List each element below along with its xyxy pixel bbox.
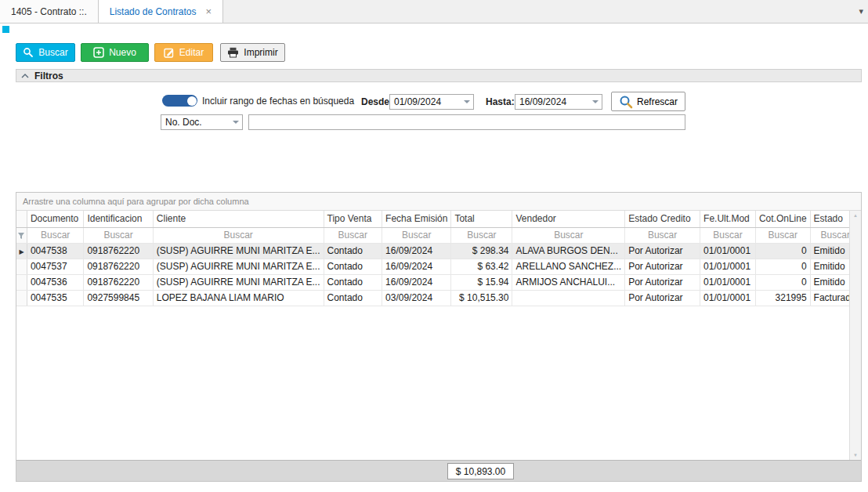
pencil-icon — [164, 47, 175, 58]
cell-fe-ult-mod[interactable]: 01/01/0001 — [700, 290, 756, 306]
column-header-cliente[interactable]: Cliente — [153, 211, 324, 227]
cell-documento[interactable]: 0047536 — [27, 274, 83, 290]
cell-cot-online[interactable]: 0 — [755, 274, 810, 290]
cell-vendedor[interactable]: ARELLANO SANCHEZ... — [512, 259, 625, 274]
chevron-down-icon[interactable] — [233, 121, 239, 124]
hasta-date-input[interactable]: 16/09/2024 — [515, 94, 602, 110]
nuevo-button[interactable]: Nuevo — [81, 43, 149, 62]
doc-search-input[interactable] — [248, 114, 685, 130]
cell-total[interactable]: $ 63.42 — [451, 259, 512, 274]
cell-identificacion[interactable]: 0918762220 — [84, 274, 153, 290]
cell-tipo-venta[interactable]: Contado — [324, 274, 382, 290]
buscar-button[interactable]: Buscar — [16, 43, 75, 62]
filter-cell-fecha-emisi-n[interactable]: Buscar — [382, 227, 451, 243]
cell-fecha-emisi-n[interactable]: 16/09/2024 — [382, 243, 451, 259]
cell-documento[interactable]: 0047535 — [27, 290, 83, 306]
tab-list-caret-icon[interactable]: ▾ — [859, 6, 863, 16]
column-header-estado-credito[interactable]: Estado Credito — [625, 211, 700, 227]
filter-cell-cliente[interactable]: Buscar — [153, 227, 324, 243]
cell-identificacion[interactable]: 0918762220 — [84, 243, 153, 259]
grid-body: DocumentoIdentificacionClienteTipo Venta… — [16, 211, 861, 460]
cell-cot-online[interactable]: 321995 — [755, 290, 810, 306]
cell-total[interactable]: $ 15.94 — [451, 274, 512, 290]
filter-cell-fe-ult-mod[interactable]: Buscar — [700, 227, 756, 243]
cell-vendedor[interactable]: ALAVA BURGOS DEN... — [512, 243, 625, 259]
doc-type-value: No. Doc. — [165, 117, 202, 128]
table-row[interactable]: 00475360918762220(SUSP) AGUIRRE MUNI MAR… — [16, 274, 861, 290]
cell-tipo-venta[interactable]: Contado — [324, 290, 382, 306]
collapse-chevron-icon[interactable] — [21, 74, 29, 78]
cell-identificacion[interactable]: 0918762220 — [84, 259, 153, 274]
cell-total[interactable]: $ 10,515.30 — [451, 290, 512, 306]
cell-total[interactable]: $ 298.34 — [451, 243, 512, 259]
filter-cell-cot-online[interactable]: Buscar — [755, 227, 810, 243]
editar-label: Editar — [179, 47, 204, 58]
chevron-down-icon[interactable] — [464, 100, 470, 103]
cell-cliente[interactable]: LOPEZ BAJANA LIAM MARIO — [153, 290, 324, 306]
cell-estado-credito[interactable]: Por Autorizar — [625, 243, 700, 259]
column-header-cot-online[interactable]: Cot.OnLine — [755, 211, 810, 227]
cell-documento[interactable]: 0047537 — [27, 259, 83, 274]
cell-tipo-venta[interactable]: Contado — [324, 259, 382, 274]
filter-cell-tipo-venta[interactable]: Buscar — [324, 227, 382, 243]
total-summary: $ 10,893.00 — [447, 463, 514, 479]
filter-cell-identificacion[interactable]: Buscar — [84, 227, 153, 243]
date-range-toggle[interactable] — [162, 95, 197, 107]
refrescar-button[interactable]: Refrescar — [611, 92, 685, 111]
column-header-fe-ult-mod[interactable]: Fe.Ult.Mod — [700, 211, 756, 227]
cell-vendedor[interactable] — [512, 290, 625, 306]
cell-identificacion[interactable]: 0927599845 — [84, 290, 153, 306]
table-row[interactable]: ▶00475380918762220(SUSP) AGUIRRE MUNI MA… — [16, 243, 861, 259]
date-range-toggle-label: Incluir rango de fechas en búsqueda — [202, 96, 354, 107]
app-window: 1405 - Contrato ::. Listado de Contratos… — [0, 0, 868, 492]
filter-cell-vendedor[interactable]: Buscar — [512, 227, 625, 243]
scroll-up-arrow-icon[interactable]: ▲ — [850, 213, 861, 218]
cell-tipo-venta[interactable]: Contado — [324, 243, 382, 259]
scroll-down-arrow-icon[interactable]: ▼ — [850, 453, 861, 458]
table-row[interactable]: 00475350927599845LOPEZ BAJANA LIAM MARIO… — [16, 290, 861, 306]
cell-fecha-emisi-n[interactable]: 16/09/2024 — [382, 259, 451, 274]
cell-fe-ult-mod[interactable]: 01/01/0001 — [700, 243, 756, 259]
cell-cot-online[interactable]: 0 — [755, 259, 810, 274]
cell-vendedor[interactable]: ARMIJOS ANCHALUI... — [512, 274, 625, 290]
filter-cell-documento[interactable]: Buscar — [27, 227, 83, 243]
column-header-total[interactable]: Total — [451, 211, 512, 227]
cell-cot-online[interactable]: 0 — [755, 243, 810, 259]
desde-date-input[interactable]: 01/09/2024 — [389, 94, 474, 110]
cell-documento[interactable]: 0047538 — [27, 243, 83, 259]
filter-cell-estado-credito[interactable]: Buscar — [625, 227, 700, 243]
chevron-down-icon[interactable] — [592, 100, 599, 103]
tab-contrato[interactable]: 1405 - Contrato ::. — [0, 0, 99, 23]
desde-label: Desde: — [361, 96, 392, 107]
cell-fecha-emisi-n[interactable]: 03/09/2024 — [382, 290, 451, 306]
editar-button[interactable]: Editar — [154, 43, 213, 62]
filter-cell-total[interactable]: Buscar — [451, 227, 512, 243]
doc-type-select[interactable]: No. Doc. — [161, 114, 243, 130]
column-header-tipo-venta[interactable]: Tipo Venta — [324, 211, 382, 227]
cell-fe-ult-mod[interactable]: 01/01/0001 — [700, 259, 756, 274]
group-by-panel[interactable]: Arrastre una columna aquí para agrupar p… — [16, 193, 861, 211]
tab-close-icon[interactable]: × — [205, 6, 212, 16]
column-header-vendedor[interactable]: Vendedor — [512, 211, 625, 227]
plus-icon — [93, 47, 104, 58]
imprimir-button[interactable]: Imprimir — [220, 43, 285, 62]
row-indicator-header — [16, 211, 27, 227]
cell-fecha-emisi-n[interactable]: 16/09/2024 — [382, 274, 451, 290]
cell-estado-credito[interactable]: Por Autorizar — [625, 259, 700, 274]
search-icon — [23, 47, 34, 58]
row-indicator-cell — [16, 274, 27, 290]
table-row[interactable]: 00475370918762220(SUSP) AGUIRRE MUNI MAR… — [16, 259, 861, 274]
cell-estado-credito[interactable]: Por Autorizar — [625, 274, 700, 290]
tab-listado-de-contratos[interactable]: Listado de Contratos × — [99, 0, 223, 23]
cell-cliente[interactable]: (SUSP) AGUIRRE MUNI MARITZA E... — [153, 274, 324, 290]
vertical-scrollbar[interactable]: ▲ ▼ — [849, 211, 861, 460]
filtros-panel-header[interactable]: Filtros — [16, 69, 862, 82]
column-header-fecha-emisi-n[interactable]: Fecha Emisión — [382, 211, 451, 227]
column-header-identificacion[interactable]: Identificacion — [84, 211, 153, 227]
nuevo-label: Nuevo — [109, 47, 136, 58]
cell-cliente[interactable]: (SUSP) AGUIRRE MUNI MARITZA E... — [153, 243, 324, 259]
column-header-documento[interactable]: Documento — [27, 211, 83, 227]
cell-cliente[interactable]: (SUSP) AGUIRRE MUNI MARITZA E... — [153, 259, 324, 274]
cell-estado-credito[interactable]: Por Autorizar — [625, 290, 700, 306]
cell-fe-ult-mod[interactable]: 01/01/0001 — [700, 274, 756, 290]
